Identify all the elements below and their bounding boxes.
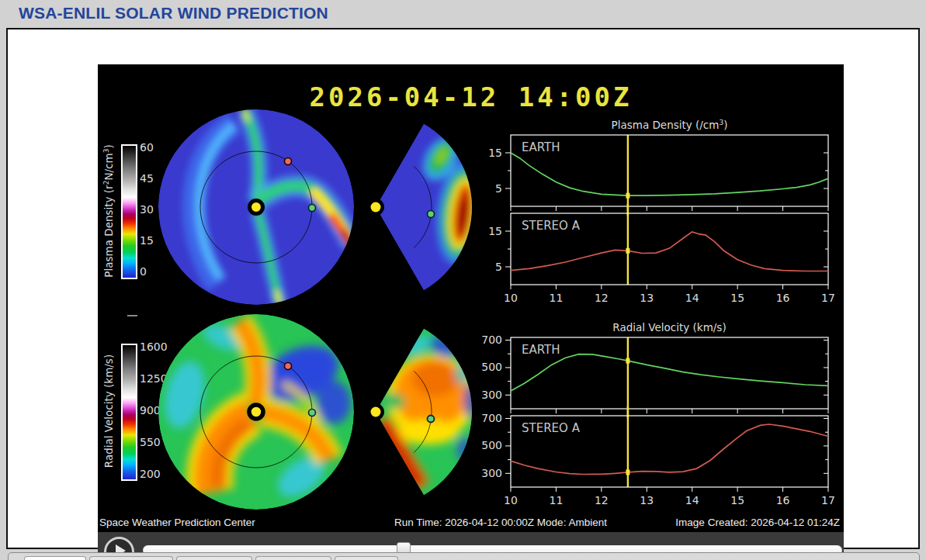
footer-runtime: Run Time: 2026-04-12 00:00Z Mode: Ambien…	[394, 517, 607, 528]
svg-text:15: 15	[488, 225, 502, 237]
svg-text:15: 15	[730, 292, 744, 304]
footer-created: Image Created: 2026-04-12 01:24Z	[675, 517, 840, 528]
earth-marker	[428, 211, 435, 218]
stereo-a-marker	[285, 158, 292, 165]
colorbar-radial-velocity	[121, 344, 137, 481]
earth-marker	[309, 410, 316, 417]
bottom-tab-4[interactable]	[255, 556, 331, 560]
stereo-a-marker	[285, 363, 292, 370]
svg-text:STEREO A: STEREO A	[522, 421, 581, 435]
viz-canvas: 2026-04-12 14:00Z 60 45 30 15 0 Plasma D…	[98, 64, 844, 532]
svg-text:5: 5	[495, 261, 502, 273]
svg-text:700: 700	[481, 412, 502, 424]
footer-credit: Space Weather Prediction Center	[99, 517, 255, 528]
svg-text:5: 5	[495, 182, 502, 195]
svg-text:EARTH: EARTH	[522, 140, 560, 154]
svg-text:17: 17	[821, 292, 835, 304]
colorbar-plasma-density	[121, 144, 137, 279]
density-polar-map	[155, 106, 357, 308]
svg-text:STEREO A: STEREO A	[522, 219, 581, 233]
page-title: WSA-ENLIL SOLAR WIND PREDICTION	[19, 4, 328, 22]
svg-text:13: 13	[640, 494, 654, 506]
svg-text:17: 17	[821, 494, 835, 506]
svg-text:700: 700	[481, 334, 502, 346]
svg-text:14: 14	[685, 494, 699, 506]
sun-icon	[371, 407, 381, 417]
svg-text:15: 15	[488, 147, 502, 159]
svg-text:12: 12	[595, 494, 609, 506]
svg-text:16: 16	[776, 494, 790, 506]
density-wedge-art	[376, 124, 478, 291]
bottom-tab-1[interactable]	[24, 556, 86, 560]
bottom-tab-3[interactable]	[176, 556, 252, 560]
svg-text:10: 10	[504, 292, 518, 304]
tick-artifact	[127, 315, 137, 316]
earth-marker	[428, 416, 435, 423]
page-header: WSA-ENLIL SOLAR WIND PREDICTION	[19, 4, 328, 26]
chart-radial-velocity-stereo-a: 1011121314151617300500700STEREO A	[480, 399, 837, 507]
svg-text:Plasma Density (/cm3): Plasma Density (/cm3)	[612, 119, 728, 131]
density-meridional-map	[369, 119, 478, 296]
earth-marker	[309, 205, 316, 212]
svg-text:16: 16	[776, 292, 790, 304]
svg-text:14: 14	[685, 292, 699, 304]
velocity-polar-map	[155, 311, 357, 513]
svg-text:500: 500	[481, 361, 502, 373]
sun-icon	[249, 405, 263, 419]
bottom-tab-bar	[8, 552, 920, 560]
velocity-wedge-art	[376, 329, 477, 496]
chart-plasma-density-stereo-a: 1011121314151617515STEREO A	[480, 196, 837, 305]
svg-text:15: 15	[730, 494, 744, 506]
svg-text:11: 11	[550, 494, 564, 506]
svg-text:EARTH: EARTH	[522, 343, 560, 357]
main-panel: 2026-04-12 14:00Z 60 45 30 15 0 Plasma D…	[6, 28, 920, 549]
bottom-tab-5[interactable]	[335, 556, 398, 560]
svg-text:300: 300	[481, 467, 502, 479]
wsa-enlil-page: WSA-ENLIL SOLAR WIND PREDICTION 2026-04-…	[0, 0, 926, 560]
velocity-meridional-map	[369, 323, 478, 500]
svg-text:11: 11	[550, 292, 564, 304]
svg-text:12: 12	[595, 292, 609, 304]
svg-text:10: 10	[504, 494, 518, 506]
bottom-tab-2[interactable]	[89, 556, 173, 560]
svg-text:500: 500	[481, 439, 502, 451]
svg-text:13: 13	[640, 292, 654, 304]
sun-icon	[250, 201, 263, 214]
svg-text:Radial Velocity (km/s): Radial Velocity (km/s)	[612, 321, 726, 334]
sun-icon	[371, 202, 381, 213]
